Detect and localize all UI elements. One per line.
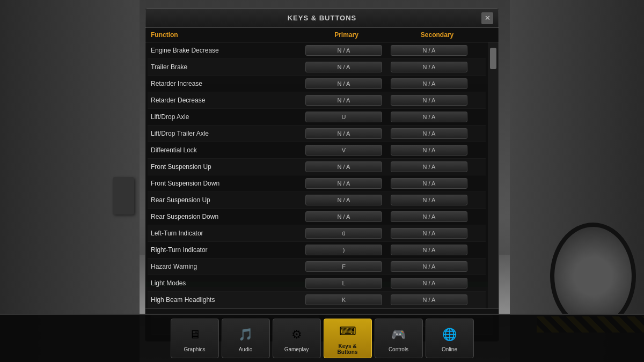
row-function-11: Left-Turn Indicator (151, 230, 301, 237)
secondary-key-5[interactable]: N / A (391, 128, 467, 139)
nav-item-online[interactable]: 🌐Online (426, 319, 474, 358)
table-row[interactable]: Light Modes L N / A (148, 275, 486, 292)
secondary-key-13[interactable]: N / A (391, 261, 467, 272)
primary-key-12[interactable]: ) (305, 245, 382, 255)
table-row[interactable]: Rear Suspension Down N / A N / A (148, 209, 486, 225)
table-header: Function Primary Secondary (145, 28, 499, 42)
secondary-key-4[interactable]: N / A (391, 112, 467, 122)
table-row[interactable]: High Beam Headlights K N / A (148, 292, 486, 308)
table-row[interactable]: Lift/Drop Axle U N / A (148, 109, 486, 125)
row-function-10: Rear Suspension Down (151, 213, 301, 220)
table-row[interactable]: Differential Lock V N / A (148, 142, 486, 159)
nav-label-gameplay: Gameplay (284, 346, 309, 352)
primary-key-2[interactable]: N / A (305, 78, 382, 89)
table-row[interactable]: Rear Suspension Up N / A N / A (148, 192, 486, 209)
primary-key-13[interactable]: F (305, 261, 382, 272)
secondary-key-0[interactable]: N / A (391, 45, 467, 56)
primary-key-11[interactable]: ú (305, 228, 382, 239)
nav-item-gameplay[interactable]: ⚙Gameplay (273, 319, 321, 358)
scrollbar[interactable] (488, 42, 499, 308)
table-row[interactable]: Front Suspension Up N / A N / A (148, 159, 486, 175)
dialog-content: Function Primary Secondary Engine Brake … (145, 28, 499, 308)
primary-key-1[interactable]: N / A (305, 62, 382, 72)
primary-key-5[interactable]: N / A (305, 128, 382, 139)
table-row[interactable]: Retarder Increase N / A N / A (148, 76, 486, 92)
primary-key-0[interactable]: N / A (305, 45, 382, 56)
primary-key-8[interactable]: N / A (305, 178, 382, 189)
primary-key-10[interactable]: N / A (305, 211, 382, 222)
primary-key-6[interactable]: V (305, 145, 382, 156)
row-function-15: High Beam Headlights (151, 296, 301, 304)
primary-key-15[interactable]: K (305, 294, 382, 305)
column-primary-label: Primary (301, 31, 392, 39)
secondary-key-9[interactable]: N / A (391, 195, 467, 205)
row-function-4: Lift/Drop Axle (151, 113, 301, 121)
nav-label-graphics: Graphics (184, 346, 205, 352)
nav-item-controls[interactable]: 🎮Controls (375, 319, 423, 358)
table-row[interactable]: Trailer Brake N / A N / A (148, 59, 486, 76)
secondary-key-14[interactable]: N / A (391, 278, 467, 289)
table-row[interactable]: Lift/Drop Trailer Axle N / A N / A (148, 125, 486, 142)
nav-label-keys: Keys & Buttons (338, 343, 358, 355)
scrollbar-thumb[interactable] (490, 48, 496, 69)
graphics-icon: 🖥 (184, 325, 206, 344)
nav-item-graphics[interactable]: 🖥Graphics (171, 319, 219, 358)
row-function-8: Front Suspension Down (151, 180, 301, 187)
column-secondary-label: Secondary (392, 31, 482, 39)
row-function-5: Lift/Drop Trailer Axle (151, 130, 301, 137)
secondary-key-7[interactable]: N / A (391, 161, 467, 172)
table-row[interactable]: Right-Turn Indicator ) N / A (148, 242, 486, 258)
row-function-0: Engine Brake Decrease (151, 47, 301, 54)
table-body: Engine Brake Decrease N / A N / A Traile… (145, 42, 488, 308)
nav-label-controls: Controls (389, 346, 408, 352)
nav-label-audio: Audio (239, 346, 253, 352)
secondary-key-2[interactable]: N / A (391, 78, 467, 89)
primary-key-9[interactable]: N / A (305, 195, 382, 205)
row-function-2: Retarder Increase (151, 80, 301, 87)
nav-bar: 🖥Graphics🎵Audio⚙Gameplay⌨Keys & Buttons🎮… (0, 314, 644, 362)
column-function-label: Function (151, 31, 301, 39)
dialog-title-bar: KEYS & BUTTONS ✕ (145, 9, 499, 28)
row-function-14: Light Modes (151, 279, 301, 287)
secondary-key-11[interactable]: N / A (391, 228, 467, 239)
keys-icon: ⌨ (337, 322, 358, 341)
row-function-12: Right-Turn Indicator (151, 246, 301, 254)
secondary-key-10[interactable]: N / A (391, 211, 467, 222)
keys-buttons-dialog: KEYS & BUTTONS ✕ Function Primary Second… (145, 8, 499, 342)
table-row[interactable]: Left-Turn Indicator ú N / A (148, 225, 486, 242)
secondary-key-15[interactable]: N / A (391, 294, 467, 305)
row-function-13: Hazard Warning (151, 263, 301, 270)
nav-item-audio[interactable]: 🎵Audio (222, 319, 270, 358)
primary-key-14[interactable]: L (305, 278, 382, 289)
secondary-key-1[interactable]: N / A (391, 62, 467, 72)
nav-label-online: Online (442, 346, 457, 352)
primary-key-4[interactable]: U (305, 112, 382, 122)
secondary-key-3[interactable]: N / A (391, 95, 467, 106)
row-function-3: Retarder Decrease (151, 97, 301, 104)
table-row[interactable]: Engine Brake Decrease N / A N / A (148, 42, 486, 59)
online-icon: 🌐 (439, 325, 460, 344)
dialog-overlay: KEYS & BUTTONS ✕ Function Primary Second… (0, 0, 644, 362)
secondary-key-8[interactable]: N / A (391, 178, 467, 189)
primary-key-7[interactable]: N / A (305, 161, 382, 172)
controls-icon: 🎮 (388, 325, 409, 344)
audio-icon: 🎵 (235, 325, 257, 344)
secondary-key-6[interactable]: N / A (391, 145, 467, 156)
nav-item-keys[interactable]: ⌨Keys & Buttons (324, 319, 372, 358)
gameplay-icon: ⚙ (286, 325, 308, 344)
row-function-6: Differential Lock (151, 146, 301, 154)
row-function-7: Front Suspension Up (151, 163, 301, 171)
row-function-1: Trailer Brake (151, 63, 301, 71)
close-button[interactable]: ✕ (481, 12, 493, 24)
dialog-title: KEYS & BUTTONS (288, 14, 357, 22)
secondary-key-12[interactable]: N / A (391, 245, 467, 255)
primary-key-3[interactable]: N / A (305, 95, 382, 106)
table-row[interactable]: Retarder Decrease N / A N / A (148, 92, 486, 109)
row-function-9: Rear Suspension Up (151, 196, 301, 204)
table-row[interactable]: Front Suspension Down N / A N / A (148, 175, 486, 192)
table-row[interactable]: Hazard Warning F N / A (148, 258, 486, 275)
